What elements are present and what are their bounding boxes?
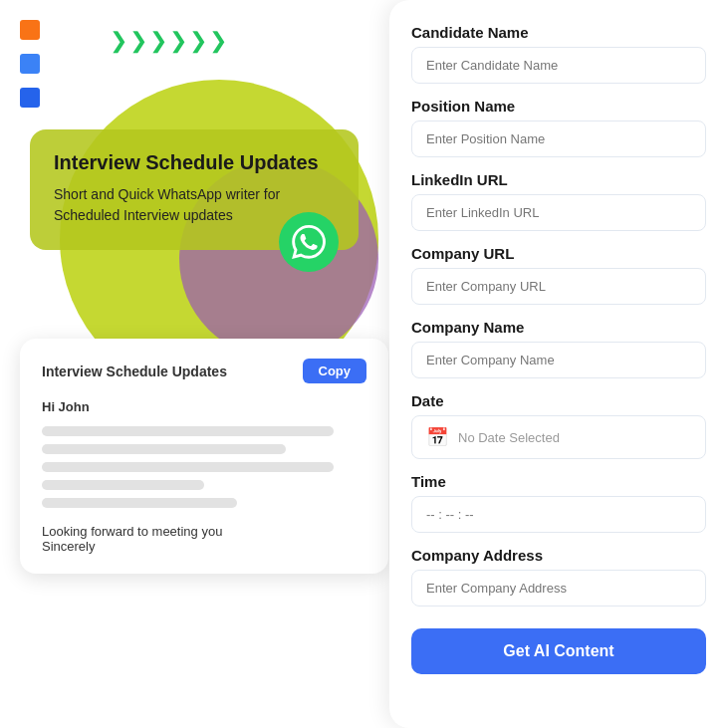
company-address-input[interactable] <box>411 570 706 607</box>
square-orange <box>20 20 40 40</box>
date-input-wrapper[interactable]: 📅 No Date Selected <box>411 415 706 459</box>
field-date: Date 📅 No Date Selected <box>411 392 706 459</box>
chevrons-top: ❯❯❯❯❯❯ <box>110 28 229 54</box>
footer-line2: Sincerely <box>42 539 366 554</box>
preview-footer: Looking forward to meeting you Sincerely <box>42 524 366 554</box>
skeleton-line-5 <box>42 498 237 508</box>
candidate-name-label: Candidate Name <box>411 24 706 41</box>
calendar-icon: 📅 <box>426 426 448 448</box>
skeleton-line-4 <box>42 480 204 490</box>
candidate-name-input[interactable] <box>411 47 706 84</box>
company-name-label: Company Name <box>411 319 706 336</box>
field-candidate-name: Candidate Name <box>411 24 706 84</box>
company-url-input[interactable] <box>411 268 706 305</box>
field-time: Time <box>411 473 706 533</box>
skeleton-line-2 <box>42 444 286 454</box>
greeting-text: Hi John <box>42 399 366 414</box>
date-placeholder-text: No Date Selected <box>458 430 560 445</box>
preview-card-title: Interview Schedule Updates <box>42 364 227 379</box>
field-company-name: Company Name <box>411 319 706 378</box>
interview-info-card: Interview Schedule Updates Short and Qui… <box>30 129 359 250</box>
position-name-input[interactable] <box>411 121 706 157</box>
get-ai-content-button[interactable]: Get AI Content <box>411 628 706 674</box>
interview-card-title: Interview Schedule Updates <box>54 151 335 174</box>
field-linkedin-url: LinkedIn URL <box>411 171 706 231</box>
field-position-name: Position Name <box>411 98 706 157</box>
preview-body: Hi John <box>42 399 366 508</box>
copy-button[interactable]: Copy <box>303 359 367 383</box>
field-company-address: Company Address <box>411 547 706 607</box>
linkedin-url-input[interactable] <box>411 194 706 231</box>
time-input[interactable] <box>411 496 706 533</box>
footer-line1: Looking forward to meeting you <box>42 524 366 539</box>
company-name-input[interactable] <box>411 342 706 378</box>
square-blue2 <box>20 88 40 108</box>
square-blue <box>20 54 40 74</box>
field-company-url: Company URL <box>411 245 706 305</box>
main-wrapper: ❯❯❯❯❯❯ ❮❮ ❮❮ ❮❮ Interview Schedule Updat… <box>0 0 728 728</box>
form-panel: Candidate Name Position Name LinkedIn UR… <box>389 0 728 728</box>
deco-squares <box>20 20 40 108</box>
position-name-label: Position Name <box>411 98 706 115</box>
whatsapp-icon <box>279 212 339 272</box>
preview-header: Interview Schedule Updates Copy <box>42 359 366 383</box>
preview-card: Interview Schedule Updates Copy Hi John … <box>20 339 388 574</box>
date-label: Date <box>411 392 706 409</box>
time-label: Time <box>411 473 706 490</box>
company-url-label: Company URL <box>411 245 706 262</box>
skeleton-line-1 <box>42 426 334 436</box>
skeleton-line-3 <box>42 462 334 472</box>
company-address-label: Company Address <box>411 547 706 564</box>
linkedin-url-label: LinkedIn URL <box>411 171 706 188</box>
